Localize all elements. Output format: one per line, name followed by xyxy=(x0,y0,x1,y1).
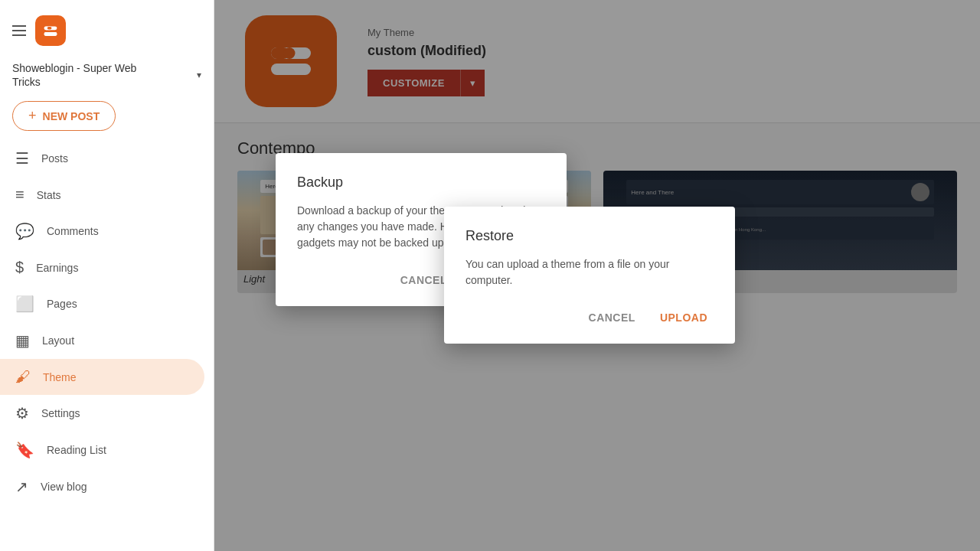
dropdown-arrow-icon: ▾ xyxy=(197,70,201,80)
sidebar-nav: ☰ Posts ≡ Stats 💬 Comments $ Earnings ⬜ … xyxy=(0,140,214,505)
reading-list-icon: 🔖 xyxy=(15,441,34,459)
stats-icon: ≡ xyxy=(15,186,24,204)
restore-dialog-actions: CANCEL UPLOAD xyxy=(466,307,714,328)
sidebar-item-stats[interactable]: ≡ Stats xyxy=(0,177,204,213)
pages-icon: ⬜ xyxy=(15,295,34,313)
sidebar-item-view-blog[interactable]: ↗ View blog xyxy=(0,468,204,505)
restore-cancel-button[interactable]: CANCEL xyxy=(583,307,642,328)
theme-icon: 🖌 xyxy=(15,368,31,386)
sidebar-item-theme[interactable]: 🖌 Theme xyxy=(0,359,204,395)
backup-dialog-title: Backup xyxy=(297,174,545,191)
restore-dialog-title: Restore xyxy=(466,228,714,244)
sidebar-header xyxy=(0,6,214,55)
blog-title: Showeblogin - Super Web Tricks xyxy=(12,61,136,89)
blog-selector[interactable]: Showeblogin - Super Web Tricks ▾ xyxy=(0,55,214,92)
plus-icon: + xyxy=(28,108,37,124)
sidebar-item-reading-list[interactable]: 🔖 Reading List xyxy=(0,432,204,468)
new-post-button[interactable]: + NEW POST xyxy=(12,101,116,131)
restore-dialog-text: You can upload a theme from a file on yo… xyxy=(466,256,714,289)
main-content: My Theme custom (Modified) CUSTOMIZE ▾ C… xyxy=(214,0,980,551)
settings-icon: ⚙ xyxy=(15,404,29,422)
sidebar-item-layout[interactable]: ▦ Layout xyxy=(0,322,204,359)
restore-upload-button[interactable]: UPLOAD xyxy=(654,307,714,328)
restore-dialog: Restore You can upload a theme from a fi… xyxy=(444,207,735,344)
svg-rect-3 xyxy=(47,27,52,30)
sidebar-item-comments[interactable]: 💬 Comments xyxy=(0,213,204,249)
comments-icon: 💬 xyxy=(15,222,34,240)
sidebar-item-earnings[interactable]: $ Earnings xyxy=(0,249,204,285)
sidebar-item-settings[interactable]: ⚙ Settings xyxy=(0,395,204,432)
view-blog-icon: ↗ xyxy=(15,478,28,496)
posts-icon: ☰ xyxy=(15,149,29,168)
sidebar-item-pages[interactable]: ⬜ Pages xyxy=(0,285,204,322)
blogger-logo-icon xyxy=(35,15,66,46)
sidebar-item-posts[interactable]: ☰ Posts xyxy=(0,140,204,177)
earnings-icon: $ xyxy=(15,259,24,276)
sidebar: Showeblogin - Super Web Tricks ▾ + NEW P… xyxy=(0,0,214,551)
layout-icon: ▦ xyxy=(15,331,30,350)
hamburger-menu-icon[interactable] xyxy=(12,25,26,36)
